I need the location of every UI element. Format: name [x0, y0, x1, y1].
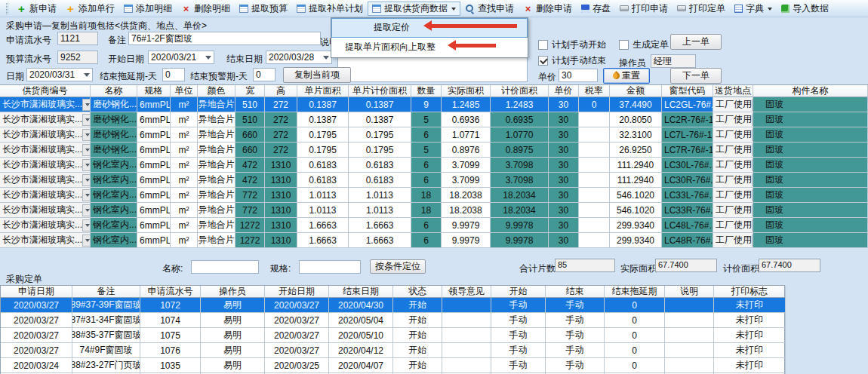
table-row[interactable]: 长沙市潇湘玻璃实...钢化室内...6mmPLE...m²异地合片1272131… — [0, 218, 868, 233]
table-cell: 未打印 — [714, 328, 786, 343]
end-delay-field[interactable]: 0 — [162, 68, 185, 81]
cell-value: 1035 — [160, 360, 180, 371]
column-header[interactable]: 窗型代码 — [662, 85, 713, 97]
column-header[interactable]: 高 — [265, 85, 297, 97]
column-header[interactable]: 领导意见 — [442, 286, 491, 298]
plan-manual-start-option[interactable]: 计划手动开始 — [538, 38, 606, 51]
prev-order-button[interactable]: 上一单 — [670, 34, 722, 50]
toolbar-button-6[interactable]: 提取补单计划 — [292, 2, 368, 16]
column-header[interactable]: 颜色 — [198, 85, 235, 97]
start-date-select[interactable]: 2020/03/21 — [148, 51, 214, 64]
column-header[interactable]: 结束拖延期 — [605, 286, 665, 298]
table-row[interactable]: 长沙市潇湘玻璃实...钢化室内...6mmPLE...m²异地合片4721310… — [0, 158, 868, 173]
plan-manual-end-checkbox[interactable] — [538, 56, 548, 66]
request-no-field[interactable]: 1121 — [57, 32, 98, 45]
remark-field[interactable]: 76#1-2F窗固玻 — [128, 32, 321, 45]
dropdown-icon[interactable] — [82, 129, 91, 141]
table-row[interactable]: 长沙市潇湘玻璃实...钢化室内...6mmPLE...m²异地合片1272131… — [0, 233, 868, 248]
table-row[interactable]: 长沙市潇湘玻璃实...钢化室内...6mmPLE...m²异地合片7721310… — [0, 203, 868, 218]
toolbar-button-5[interactable]: 提取预算 — [235, 2, 292, 16]
dropdown-icon[interactable] — [82, 114, 91, 126]
toolbar-button-2[interactable]: +添加单行 — [61, 2, 119, 16]
table-row[interactable]: 长沙市潇湘玻璃实...磨砂钢化...6mmPLE...m²异地合片5102720… — [0, 112, 868, 127]
column-header[interactable]: 开始 — [491, 286, 546, 298]
table-row[interactable]: 长沙市潇湘玻璃实...磨砂钢化...6mmPLE...m²异地合片6602720… — [0, 143, 868, 158]
toolbar-button-8[interactable]: 查找申请 — [460, 2, 519, 16]
dropdown-icon[interactable] — [82, 219, 91, 231]
column-header[interactable]: 开始日期 — [265, 286, 329, 298]
cell-value: 异地合片 — [199, 158, 235, 171]
unit-price-field[interactable]: 30 — [559, 69, 598, 82]
operator-field[interactable]: 经理 — [651, 54, 696, 68]
column-header[interactable]: 操作员 — [201, 286, 265, 298]
table-cell: 299.9340 — [610, 218, 662, 233]
dropdown-icon[interactable] — [82, 204, 91, 216]
column-header[interactable]: 送货地点 — [713, 85, 753, 97]
table-row[interactable]: 2020/03/2774#9F窗固玻1076易明2020/03/272020/0… — [1, 343, 784, 358]
copy-current-button[interactable]: 复制当前项 — [283, 67, 351, 83]
end-date-select[interactable]: 2020/03/28 — [266, 51, 332, 64]
column-header[interactable]: 结束日期 — [329, 286, 393, 298]
reset-button[interactable]: 重置 — [603, 68, 650, 84]
table-cell — [579, 143, 610, 158]
column-header[interactable]: 单价 — [549, 85, 579, 97]
toolbar-button-10[interactable]: 存盘 — [577, 2, 615, 16]
table-row[interactable]: 长沙市潇湘玻璃实...钢化室内...6mmPLE...m²异地合片7721310… — [0, 188, 868, 203]
menu-item-2[interactable]: 提取单片面积向上取整 — [331, 38, 528, 57]
column-header[interactable]: 说明 — [665, 286, 714, 298]
table-row[interactable]: 长沙市潇湘玻璃实...磨砂钢化...6mmPLE...m²异地合片6602720… — [0, 127, 868, 143]
toolbar-button-12[interactable]: 打印定单 — [673, 2, 730, 16]
next-order-button[interactable]: 下一单 — [670, 68, 722, 84]
column-header[interactable]: 单片计价面积 — [349, 85, 411, 97]
column-header[interactable]: 结束 — [546, 286, 605, 298]
table-row[interactable]: 长沙市潇湘玻璃实...钢化室内...6mmPLE...m²异地合片4721310… — [0, 173, 868, 188]
generate-order-checkbox[interactable] — [619, 40, 629, 50]
dropdown-icon[interactable] — [82, 99, 91, 111]
column-header[interactable]: 税率 — [579, 85, 610, 97]
column-header[interactable]: 计价面积 — [491, 85, 549, 97]
budget-no-field[interactable]: 9252 — [57, 51, 98, 64]
plan-manual-start-checkbox[interactable] — [538, 40, 548, 50]
filter-spec-input[interactable] — [299, 260, 361, 274]
column-header[interactable]: 状态 — [393, 286, 442, 298]
column-header[interactable]: 申请流水号 — [140, 286, 201, 298]
column-header[interactable]: 供货商编号 — [0, 85, 91, 97]
toolbar-button-7[interactable]: 提取供货商数据 — [368, 2, 460, 16]
column-header[interactable]: 实际面积 — [442, 85, 491, 97]
column-header[interactable]: 金额 — [610, 85, 662, 97]
toolbar-button-11[interactable]: 打印申请 — [615, 2, 673, 16]
column-header[interactable]: 打印标志 — [714, 286, 786, 298]
dropdown-icon[interactable] — [82, 174, 91, 186]
table-row[interactable]: 2020/03/2488#23-27F门页玻1035易明2020/03/2520… — [1, 358, 784, 373]
table-row[interactable]: 长沙市潇湘玻璃实...磨砂钢化...6mmPLE...m²异地合片5102720… — [0, 97, 868, 112]
locate-by-condition-button[interactable]: 按条件定位 — [370, 259, 426, 274]
column-header[interactable]: 单片面积 — [297, 85, 349, 97]
column-header[interactable]: 备注 — [72, 286, 140, 298]
table-row[interactable]: 2020/03/2787#31-34F窗固玻1074易明2020/03/2720… — [1, 313, 784, 328]
table-row[interactable]: 2020/03/2789#37-39F窗固玻1072易明2020/03/2720… — [1, 298, 784, 313]
dropdown-icon[interactable] — [82, 189, 91, 201]
table-row[interactable]: 2020/03/2788#35-37F窗固玻1075易明2020/03/2720… — [1, 328, 784, 343]
toolbar-button-14[interactable]: 导入数据 — [777, 2, 833, 16]
column-header[interactable]: 申请日期 — [1, 286, 72, 298]
toolbar-button-13[interactable]: 字典 — [730, 2, 777, 16]
column-header[interactable]: 宽 — [235, 85, 265, 97]
toolbar-button-9[interactable]: ×删除申请 — [519, 2, 577, 16]
dropdown-icon[interactable] — [82, 144, 91, 156]
toolbar-button-3[interactable]: 添加明细 — [119, 2, 177, 16]
toolbar-button-4[interactable]: ×删除明细 — [177, 2, 235, 16]
column-header[interactable]: 名称 — [91, 85, 137, 97]
column-header[interactable]: 构件名称 — [753, 85, 868, 97]
column-header[interactable]: 数量 — [411, 85, 442, 97]
toolbar-button-1[interactable]: +新申请 — [12, 2, 61, 16]
cell-value: 长沙市潇湘玻璃实... — [2, 189, 82, 201]
column-header[interactable]: 规格 — [137, 85, 171, 97]
dropdown-icon[interactable] — [82, 235, 91, 247]
plan-manual-end-option[interactable]: 计划手动结束 — [538, 54, 606, 67]
generate-order-option[interactable]: 生成定单 — [619, 38, 669, 51]
date-select[interactable]: 2020/03/31 — [26, 68, 93, 81]
filter-name-input[interactable] — [191, 260, 259, 274]
dropdown-icon[interactable] — [82, 159, 91, 171]
column-header[interactable]: 单位 — [171, 85, 198, 97]
end-warn-field[interactable]: 0 — [253, 68, 275, 81]
